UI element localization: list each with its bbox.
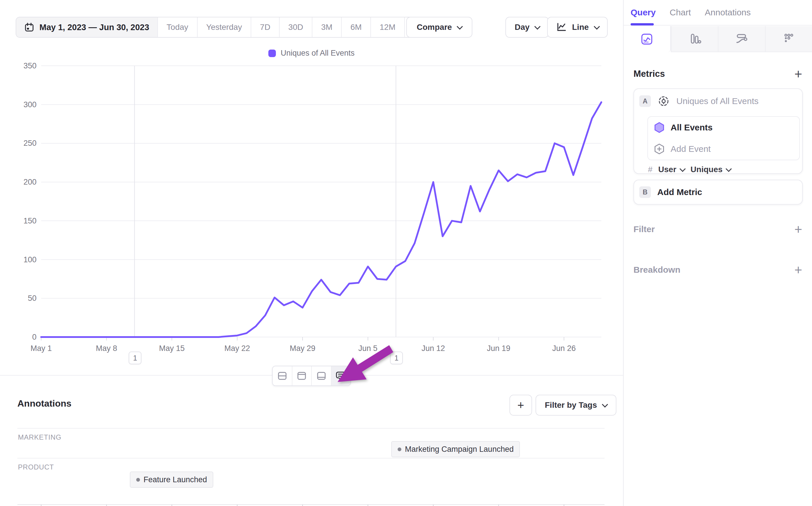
line-chart-icon — [556, 21, 567, 33]
measure-entity-selector[interactable]: User — [658, 165, 685, 174]
add-event-row[interactable]: Add Event — [648, 138, 799, 160]
header-layout-icon — [295, 369, 308, 383]
metrics-section-header: Metrics + — [633, 67, 802, 81]
filter-section-header: Filter + — [633, 223, 802, 236]
annotation-count-badge[interactable]: 1 — [129, 351, 142, 364]
header-layout-button[interactable] — [292, 366, 311, 386]
chart-legend: Uniques of All Events — [0, 49, 623, 58]
svg-text:250: 250 — [23, 139, 36, 148]
svg-text:May 1: May 1 — [30, 344, 52, 353]
filter-by-tags-label: Filter by Tags — [545, 401, 597, 410]
insights-report-page: 050100150200250300350May 1May 8May 15May… — [0, 0, 812, 506]
add-event-hexagon-icon — [654, 143, 665, 155]
svg-text:May 15: May 15 — [159, 344, 185, 353]
svg-text:May 22: May 22 — [224, 344, 250, 353]
measure-row: # User Uniques — [648, 165, 731, 174]
metric-name: Uniques of All Events — [676, 96, 759, 106]
event-label: All Events — [670, 122, 713, 133]
metric-card-b: B Add Metric — [633, 180, 803, 204]
split-middle-layout-icon — [276, 369, 289, 383]
chevron-down-icon — [680, 166, 686, 172]
split-middle-layout-button[interactable] — [273, 366, 292, 386]
flows-view-tab[interactable] — [718, 26, 765, 52]
bar-view-tab[interactable] — [671, 26, 718, 52]
retention-grid-icon — [782, 31, 796, 46]
insights-view-tab[interactable] — [624, 26, 671, 52]
footer-layout-button[interactable] — [311, 366, 331, 386]
add-event-label: Add Event — [670, 144, 711, 154]
add-metric-label: Add Metric — [657, 187, 702, 197]
chevron-down-icon — [457, 23, 463, 29]
flows-icon — [734, 31, 749, 46]
annotation-chip[interactable]: Feature Launched — [130, 472, 213, 488]
preset-6m-button[interactable]: 6M — [341, 17, 370, 37]
granularity-button[interactable]: Day — [506, 17, 549, 38]
plus-icon: + — [517, 399, 524, 412]
svg-text:Jun 19: Jun 19 — [487, 344, 510, 353]
breakdown-section-header: Breakdown + — [633, 263, 802, 276]
compare-button[interactable]: Compare — [406, 17, 472, 38]
svg-text:Jun 26: Jun 26 — [552, 344, 576, 353]
bar-chart-icon — [688, 31, 702, 46]
svg-text:100: 100 — [23, 255, 36, 264]
svg-text:350: 350 — [23, 62, 36, 70]
metrics-title: Metrics — [633, 69, 665, 79]
svg-text:50: 50 — [28, 294, 36, 303]
annotation-dot-icon — [136, 478, 140, 482]
chevron-down-icon — [726, 166, 732, 172]
preset-yesterday-button[interactable]: Yesterday — [197, 17, 251, 37]
annotation-dot-icon — [397, 447, 401, 451]
annotation-group-label: PRODUCT — [18, 463, 605, 471]
chevron-down-icon — [594, 23, 600, 29]
measure-aggregation-selector[interactable]: Uniques — [691, 165, 731, 174]
filter-title: Filter — [633, 224, 655, 234]
preset-12m-button[interactable]: 12M — [370, 17, 404, 37]
svg-text:Jun 12: Jun 12 — [422, 344, 445, 353]
preset-today-button[interactable]: Today — [157, 17, 197, 37]
annotation-chip-label: Feature Launched — [144, 475, 207, 484]
date-range-button[interactable]: May 1, 2023 — Jun 30, 2023 — [16, 17, 157, 37]
compare-label: Compare — [417, 23, 452, 32]
filter-by-tags-button[interactable]: Filter by Tags — [536, 395, 616, 416]
annotation-group-product: PRODUCT — [17, 458, 605, 505]
query-sidebar: Query Chart Annotations — [623, 0, 812, 506]
preset-30d-button[interactable]: 30D — [279, 17, 312, 37]
annotation-group-label: MARKETING — [18, 433, 605, 441]
annotation-chip[interactable]: Marketing Campaign Launched — [391, 441, 520, 457]
measure-aggregation-label: Uniques — [691, 165, 722, 174]
svg-text:May 29: May 29 — [290, 344, 315, 353]
event-row-all-events[interactable]: All Events — [648, 117, 799, 138]
insights-line-icon — [640, 32, 654, 47]
event-hexagon-icon — [654, 122, 665, 133]
chart-type-label: Line — [572, 23, 589, 32]
retention-view-tab[interactable] — [765, 26, 812, 52]
chart-type-button[interactable]: Line — [547, 17, 608, 38]
date-range-toolbar: May 1, 2023 — Jun 30, 2023 Today Yesterd… — [16, 17, 448, 38]
preset-7d-button[interactable]: 7D — [251, 17, 279, 37]
svg-text:May 8: May 8 — [96, 344, 117, 353]
metric-header-row[interactable]: A Uniques of All Events — [639, 95, 759, 107]
annotations-section-title: Annotations — [17, 398, 72, 409]
svg-text:200: 200 — [23, 178, 36, 186]
add-metric-row[interactable]: B Add Metric — [639, 180, 702, 204]
tab-query[interactable]: Query — [631, 8, 656, 17]
tab-chart[interactable]: Chart — [670, 8, 691, 17]
add-breakdown-plus-icon[interactable]: + — [794, 263, 802, 276]
date-range-label: May 1, 2023 — Jun 30, 2023 — [39, 23, 149, 32]
annotation-chip-label: Marketing Campaign Launched — [405, 445, 514, 454]
metric-letter-badge: B — [639, 186, 651, 198]
add-filter-plus-icon[interactable]: + — [794, 223, 802, 236]
calendar-icon — [24, 22, 34, 32]
svg-text:0: 0 — [32, 333, 36, 341]
add-metric-plus-icon[interactable]: + — [794, 67, 802, 81]
chevron-down-icon — [602, 401, 608, 408]
sidebar-tabs: Query Chart Annotations — [624, 0, 812, 25]
legend-label: Uniques of All Events — [280, 49, 354, 58]
hash-symbol: # — [648, 165, 653, 174]
metric-letter-badge: A — [639, 95, 651, 107]
preset-3m-button[interactable]: 3M — [312, 17, 341, 37]
tab-annotations[interactable]: Annotations — [705, 8, 750, 17]
add-annotation-button[interactable]: + — [510, 395, 532, 416]
event-list-card: All Events Add Event — [647, 116, 800, 160]
measure-entity-label: User — [658, 165, 676, 174]
